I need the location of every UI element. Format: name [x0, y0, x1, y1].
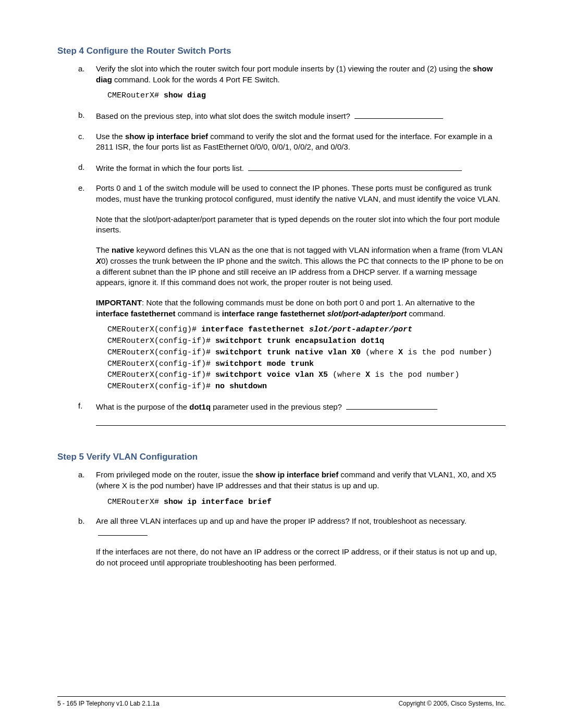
- page-footer: 5 - 165 IP Telephony v1.0 Lab 2.1.1a Cop…: [57, 696, 506, 707]
- step4-heading: Step 4 Configure the Router Switch Ports: [57, 46, 506, 56]
- list-marker: f.: [78, 401, 88, 426]
- step4-b-text: Based on the previous step, into what sl…: [96, 110, 506, 121]
- step4-c-text: Use the show ip interface brief command …: [96, 131, 506, 153]
- step4-a-code: CMERouterX# show diag: [107, 90, 506, 102]
- step4-item-b: b. Based on the previous step, into what…: [78, 110, 506, 127]
- step4-item-c: c. Use the show ip interface brief comma…: [78, 131, 506, 158]
- step4-e-p4: IMPORTANT: Note that the following comma…: [96, 298, 506, 319]
- list-marker: a.: [78, 470, 88, 512]
- list-marker: b.: [78, 110, 88, 127]
- step4-item-e: e. Ports 0 and 1 of the switch module wi…: [78, 183, 506, 396]
- answer-blank: [98, 527, 148, 536]
- step4-d-text: Write the format in which the four ports…: [96, 162, 506, 174]
- list-marker: d.: [78, 162, 88, 179]
- footer-right: Copyright © 2005, Cisco Systems, Inc.: [398, 700, 506, 707]
- step5-item-a: a. From privileged mode on the router, i…: [78, 470, 506, 512]
- step4-a-text: Verify the slot into which the router sw…: [96, 64, 506, 85]
- step4-e-code: CMERouterX(config)# interface fastethern…: [107, 324, 506, 392]
- step4-item-a: a. Verify the slot into which the router…: [78, 64, 506, 106]
- step5-a-code: CMERouterX# show ip interface brief: [107, 497, 506, 508]
- list-marker: c.: [78, 131, 88, 158]
- step4-f-text: What is the purpose of the dot1q paramet…: [96, 401, 506, 412]
- step5-b-p2: If the interfaces are not there, do not …: [96, 547, 506, 568]
- answer-blank: [354, 110, 443, 119]
- step5-heading: Step 5 Verify VLAN Configuration: [57, 452, 506, 462]
- step5-b-p1: Are all three VLAN interfaces up and up …: [96, 516, 506, 538]
- footer-left: 5 - 165 IP Telephony v1.0 Lab 2.1.1a: [57, 700, 160, 707]
- list-marker: e.: [78, 183, 88, 396]
- step5-list: a. From privileged mode on the router, i…: [78, 470, 506, 574]
- list-marker: a.: [78, 64, 88, 106]
- step4-item-d: d. Write the format in which the four po…: [78, 162, 506, 179]
- step4-e-p1: Ports 0 and 1 of the switch module will …: [96, 183, 506, 204]
- step4-item-f: f. What is the purpose of the dot1q para…: [78, 401, 506, 426]
- list-marker: b.: [78, 516, 88, 574]
- step4-e-p3: The native keyword defines this VLAN as …: [96, 245, 506, 288]
- step5-a-text: From privileged mode on the router, issu…: [96, 470, 506, 491]
- step4-list: a. Verify the slot into which the router…: [78, 64, 506, 426]
- answer-blank: [346, 401, 437, 410]
- step5-item-b: b. Are all three VLAN interfaces up and …: [78, 516, 506, 574]
- answer-line: [96, 425, 506, 426]
- step4-e-p2: Note that the slot/port-adapter/port par…: [96, 214, 506, 236]
- document-page: Step 4 Configure the Router Switch Ports…: [0, 0, 563, 728]
- answer-blank: [248, 162, 462, 171]
